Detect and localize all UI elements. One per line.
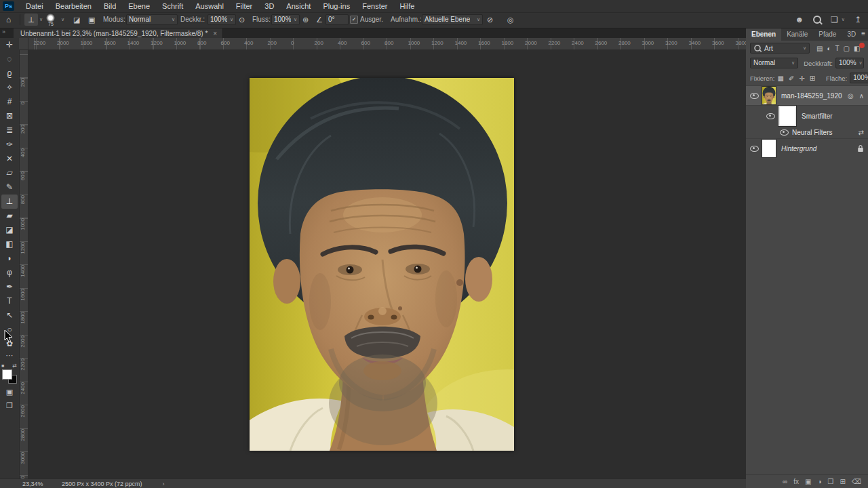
panel-menu-icon[interactable]: ≡ <box>861 30 865 37</box>
panel-tab[interactable]: Kanäle <box>781 28 813 41</box>
pen-tool[interactable]: ✒ <box>1 280 18 294</box>
layer-effects-icon[interactable]: fx <box>793 478 799 485</box>
menu-item[interactable]: Ansicht <box>280 1 317 12</box>
screen-mode-icon[interactable]: ❐ <box>1 399 18 412</box>
filter-pixel-layers-icon[interactable]: ▤ <box>816 45 823 52</box>
menu-item[interactable]: Filter <box>230 1 258 12</box>
menu-item[interactable]: Bild <box>98 1 122 12</box>
healing-brush-tool[interactable]: ▱ <box>1 166 18 180</box>
panel-tab[interactable]: Pfade <box>813 28 842 41</box>
smart-filter-mask-row[interactable]: Smartfilter <box>746 106 868 126</box>
lock-artboard-icon[interactable]: ⊞ <box>810 75 815 82</box>
adjustment-layer-icon[interactable]: ◑ <box>817 478 821 485</box>
blend-mode-select[interactable]: Normal ∨ <box>750 58 798 68</box>
toggle-brush-panel-icon[interactable]: ◪ <box>73 12 80 27</box>
lock-position-icon[interactable]: ✛ <box>799 75 804 82</box>
deckkraft-select[interactable]: 100% ∨ <box>208 14 236 25</box>
smart-filter-mask-thumbnail[interactable] <box>778 106 796 126</box>
workspace-icon[interactable]: ❏ <box>831 14 838 25</box>
default-colors-icon[interactable]: ■ <box>1 363 4 368</box>
crop-tool[interactable]: # <box>1 95 18 109</box>
document-image[interactable] <box>250 78 514 451</box>
move-tool[interactable]: ✛ <box>1 38 18 52</box>
brush-tool[interactable]: ✎ <box>1 180 18 195</box>
dodge-tool[interactable]: φ <box>1 266 18 280</box>
deckkraft-select[interactable]: 100% ∨ <box>835 58 864 68</box>
modus-select[interactable]: Normal ∨ <box>126 14 178 25</box>
flaeche-select[interactable]: 100% ∨ <box>850 73 868 83</box>
filter-shape-layers-icon[interactable]: ▢ <box>844 45 850 52</box>
menu-item[interactable]: Fenster <box>356 1 393 12</box>
canvas-area[interactable] <box>28 49 746 479</box>
menu-item[interactable]: Schrift <box>156 1 189 12</box>
swap-colors-icon[interactable]: ⇄ <box>12 363 17 369</box>
visibility-toggle[interactable] <box>746 93 762 99</box>
collapse-smart-filters-icon[interactable]: ∧ <box>859 92 864 100</box>
eyedropper-tool[interactable]: ✑ <box>1 138 18 152</box>
zoom-level-field[interactable]: 23,34% <box>22 481 54 487</box>
share-icon[interactable]: ↥ <box>854 14 861 25</box>
smudge-tool[interactable]: ◗ <box>1 251 18 266</box>
toggle-clone-source-panel-icon[interactable]: ▣ <box>88 12 95 27</box>
ruler-tool[interactable]: ≣ <box>1 123 18 138</box>
background-thumbnail[interactable] <box>762 140 776 157</box>
close-tab-icon[interactable]: × <box>213 30 217 37</box>
workspace-chevron-icon[interactable]: ∨ <box>842 17 845 22</box>
menu-item[interactable]: 3D <box>258 1 280 12</box>
photoshop-logo[interactable]: Ps <box>3 1 14 11</box>
filter-toggle[interactable] <box>859 43 865 48</box>
tool-preset-chevron-icon[interactable]: ∨ <box>39 12 43 27</box>
filter-adjustment-layers-icon[interactable]: ◐ <box>827 45 831 52</box>
eraser-tool[interactable]: ▰ <box>1 209 18 223</box>
fluss-select[interactable]: 100% ∨ <box>271 14 300 25</box>
smart-filter-badge-icon[interactable]: ◎ <box>848 92 854 100</box>
panel-tab[interactable]: 3D <box>842 28 861 41</box>
new-layer-icon[interactable]: ⊞ <box>840 478 845 485</box>
visibility-toggle[interactable] <box>746 146 762 152</box>
path-selection-tool[interactable]: ↖ <box>1 308 18 323</box>
background-layer-name[interactable]: Hintergrund <box>781 145 816 152</box>
neural-filters-label[interactable]: Neural Filters <box>792 129 832 136</box>
horizontal-ruler[interactable]: 2200200018001600140012001000800600400200… <box>19 38 746 50</box>
pressure-opacity-icon[interactable]: ⊙ <box>239 12 245 27</box>
layer-mask-icon[interactable]: ▣ <box>805 478 811 485</box>
layer-thumbnail[interactable] <box>762 87 776 104</box>
ausgerichtet-checkbox[interactable]: ✓ <box>350 16 358 24</box>
lock-transparency-icon[interactable]: ▦ <box>777 75 783 82</box>
brush-chevron-icon[interactable]: ∨ <box>61 12 64 27</box>
neural-filters-row[interactable]: Neural Filters ⇄ <box>746 126 868 138</box>
background-layer-row[interactable]: Hintergrund <box>746 138 868 158</box>
edit-toolbar-icon[interactable]: ⋯ <box>1 351 18 362</box>
quick-selection-tool[interactable]: ✧ <box>1 81 18 95</box>
tab-overflow-icon[interactable]: » <box>2 28 5 35</box>
vertical-ruler[interactable]: 2000200400600800100012001400160018002000… <box>19 49 28 479</box>
aufnahme-select[interactable]: Aktuelle Ebene ∨ <box>422 14 483 25</box>
quick-mask-icon[interactable]: ▣ <box>1 385 18 399</box>
pressure-size-icon[interactable]: ◎ <box>507 12 514 27</box>
type-tool[interactable]: T <box>1 294 18 308</box>
account-icon[interactable]: ☻ <box>795 14 804 25</box>
clone-stamp-tool[interactable]: ⊥ <box>1 195 18 209</box>
document-tab[interactable]: Unbenannt-1 bei 23,3% (man-1845259_1920,… <box>14 28 223 38</box>
menu-item[interactable]: Hilfe <box>393 1 420 12</box>
angle-input[interactable]: 0° <box>326 14 349 25</box>
marquee-tool[interactable]: ◌ <box>1 52 18 66</box>
layer-filter-select[interactable]: Art ∨ <box>750 43 810 54</box>
link-layers-icon[interactable]: ∞ <box>783 478 787 485</box>
visibility-toggle[interactable] <box>762 113 778 119</box>
panel-tab[interactable]: Ebenen <box>746 28 781 41</box>
airbrush-icon[interactable]: ⊛ <box>302 12 309 27</box>
ignore-adjustment-layers-icon[interactable]: ⊘ <box>487 12 493 27</box>
filter-type-layers-icon[interactable]: T <box>835 45 840 52</box>
home-icon[interactable]: ⌂ <box>6 12 11 27</box>
menu-item[interactable]: Auswahl <box>189 1 230 12</box>
menu-item[interactable]: Datei <box>20 1 50 12</box>
lock-pixels-icon[interactable]: ✐ <box>789 75 794 82</box>
status-chevron-icon[interactable]: › <box>163 481 165 487</box>
paint-bucket-tool[interactable]: ◧ <box>1 237 18 251</box>
patch-tool[interactable]: ✕ <box>1 152 18 166</box>
layer-row-man[interactable]: man-1845259_1920 ◎ ∧ <box>746 85 868 106</box>
menu-item[interactable]: Plug-ins <box>317 1 356 12</box>
delete-layer-icon[interactable]: ⌫ <box>852 478 861 485</box>
frame-tool[interactable]: ⊠ <box>1 109 18 123</box>
